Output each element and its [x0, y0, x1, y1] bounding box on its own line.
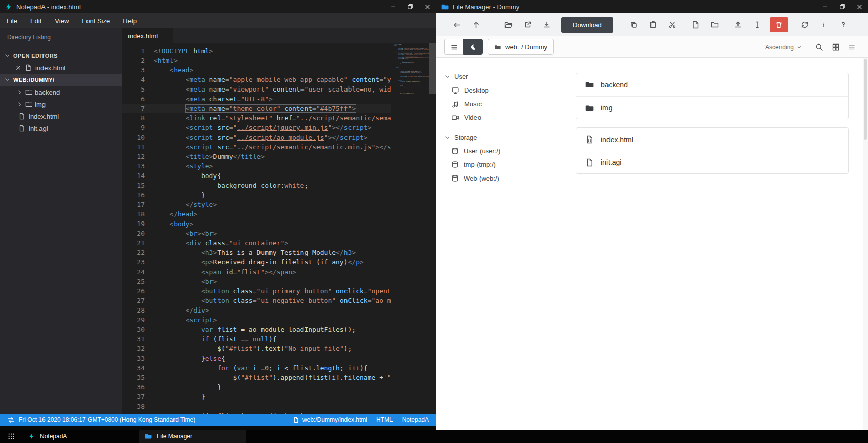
app-launcher-button[interactable] — [0, 430, 22, 443]
minimize-button[interactable] — [816, 0, 834, 13]
code-line[interactable]: 20 <br><br> — [122, 229, 391, 238]
menu-item-help[interactable]: Help — [116, 13, 143, 28]
copy-button[interactable] — [625, 16, 642, 33]
taskbar-item-notepada[interactable]: NotepadA — [22, 430, 129, 443]
code-lines[interactable]: 1<!DOCTYPE html>2<html>3 <head>4 <meta n… — [122, 46, 391, 414]
minimize-button[interactable] — [384, 0, 402, 13]
code-line[interactable]: 15 background-color:white; — [122, 181, 391, 190]
code-line[interactable]: 26 <button class="ui primary button" onc… — [122, 286, 391, 296]
code-line[interactable]: 34 for (var i =0; i < flist.length; i++)… — [122, 363, 391, 373]
code-line[interactable]: 22 <h3>This is a Dummy Testing Module</h… — [122, 248, 391, 257]
menu-toggle-button[interactable] — [444, 39, 463, 55]
menu-item-file[interactable]: File — [0, 13, 24, 28]
grid-view-button[interactable] — [828, 39, 844, 55]
code-line[interactable]: 9 <script src="../script/jquery.min.js">… — [122, 123, 391, 132]
open-editors-section-header[interactable]: OPEN EDITORS — [0, 50, 122, 62]
code-line[interactable]: 6 <meta charset="UTF-8"> — [122, 94, 391, 104]
sidebar-section-header-storage[interactable]: Storage — [436, 130, 561, 144]
minimap[interactable]: 1<!DOCTYPE html>2<html>3 <head>4 <meta n… — [394, 43, 429, 414]
code-editor[interactable]: 1<!DOCTYPE html>2<html>3 <head>4 <meta n… — [122, 43, 436, 414]
open-in-new-button[interactable] — [519, 16, 536, 33]
code-line[interactable]: 27 <button class="ui negative button" on… — [122, 296, 391, 305]
close-button[interactable] — [419, 0, 436, 13]
open-editor-item-index-html[interactable]: index.html — [0, 62, 122, 74]
restore-button[interactable] — [402, 0, 419, 13]
cut-button[interactable] — [664, 16, 681, 33]
file-row-index-html[interactable]: index.html — [576, 128, 848, 151]
code-line[interactable]: 17 </style> — [122, 200, 391, 209]
tree-item-img[interactable]: img — [0, 98, 122, 110]
code-line[interactable]: 10 <script src="../script/ao_module.js">… — [122, 132, 391, 142]
code-lines[interactable]: 1<!DOCTYPE html>2<html>3 <head>4 <meta n… — [394, 43, 429, 94]
code-line[interactable]: 28 </div> — [122, 305, 391, 315]
refresh-button[interactable] — [796, 16, 813, 33]
sort-dropdown[interactable]: Ascending — [765, 43, 802, 51]
code-line[interactable]: 3 <head> — [122, 65, 391, 75]
info-button[interactable] — [815, 16, 833, 33]
code-line[interactable]: 21 <div class="ui container"> — [122, 238, 391, 248]
code-line[interactable]: 39 $("#flist").append("<br>"); — [122, 411, 391, 414]
close-button[interactable] — [851, 0, 868, 13]
code-line[interactable]: 8 <link rel="stylesheet" href="../script… — [122, 113, 391, 123]
file-row-backend[interactable]: backend — [576, 73, 848, 96]
code-line[interactable]: 32 $("#flist").text("No input file"); — [122, 344, 391, 353]
code-line[interactable]: 35 $("#flist").append(flist[i].filename … — [122, 373, 391, 382]
search-button[interactable] — [811, 39, 828, 55]
delete-button[interactable] — [770, 17, 788, 32]
code-line[interactable]: 31 if (flist == null){ — [122, 334, 391, 344]
tab-index-html[interactable]: index.html — [122, 28, 173, 43]
sidebar-item-video[interactable]: Video — [436, 111, 561, 124]
scrollbar-thumb[interactable] — [864, 59, 867, 140]
file-row-img[interactable]: img — [576, 96, 848, 119]
sidebar-section-header-user[interactable]: User — [436, 70, 561, 83]
code-line[interactable]: 16 } — [122, 190, 391, 200]
breadcrumb[interactable]: web: / Dummy — [488, 39, 554, 55]
workspace-section-header[interactable]: WEB:/DUMMY/ — [0, 74, 122, 86]
download-icon-button[interactable] — [538, 16, 555, 33]
code-line[interactable]: 7 <meta name="theme-color" content="#4b7… — [122, 104, 391, 113]
code-line[interactable]: 19 <body> — [122, 219, 391, 229]
sidebar-item-music[interactable]: Music — [436, 97, 561, 111]
scrollbar-thumb[interactable] — [429, 43, 436, 94]
up-button[interactable] — [467, 16, 485, 33]
menu-item-edit[interactable]: Edit — [24, 13, 48, 28]
open-folder-button[interactable] — [500, 16, 517, 33]
new-file-button[interactable] — [687, 16, 704, 33]
code-line[interactable]: 24 <span id="flist"></span> — [122, 267, 391, 277]
code-line[interactable]: 23 <p>Received drag-in filelist (if any)… — [122, 257, 391, 267]
file-row-init-agi[interactable]: init.agi — [576, 151, 848, 173]
dark-mode-button[interactable] — [463, 39, 483, 55]
filemanager-scrollbar[interactable] — [863, 58, 868, 430]
sidebar-item-tmp-drive[interactable]: tmp (tmp:/) — [436, 158, 561, 171]
taskbar-item-filemanager[interactable]: File Manager — [139, 430, 246, 443]
download-button[interactable]: Download — [561, 17, 613, 33]
code-line[interactable]: 38 — [122, 402, 391, 411]
code-line[interactable]: 2<html> — [122, 56, 391, 65]
close-icon[interactable] — [162, 33, 167, 39]
tree-item-index-html[interactable]: index.html — [0, 110, 122, 122]
code-line[interactable]: 4 <meta name="apple-mobile-web-app-capab… — [122, 75, 391, 84]
back-button[interactable] — [448, 16, 465, 33]
sidebar-item-desktop[interactable]: Desktop — [436, 83, 561, 97]
code-line[interactable]: 12 <title>Dummy</title> — [122, 152, 391, 161]
list-view-button[interactable] — [844, 39, 860, 55]
paste-button[interactable] — [644, 16, 662, 33]
code-line[interactable]: 29 <script> — [122, 315, 391, 325]
restore-button[interactable] — [834, 0, 851, 13]
code-line[interactable]: 13 <style> — [122, 161, 391, 171]
code-line[interactable]: 14 body{ — [122, 171, 391, 181]
code-line[interactable]: 36 } — [122, 382, 391, 392]
code-line[interactable]: 30 var flist = ao_module_loadInputFiles(… — [122, 325, 391, 334]
tree-item-backend[interactable]: backend — [0, 86, 122, 98]
sidebar-item-web-drive[interactable]: Web (web:/) — [436, 171, 561, 185]
tree-item-init-agi[interactable]: init.agi — [0, 122, 122, 135]
sidebar-item-user-drive[interactable]: User (user:/) — [436, 144, 561, 158]
menu-item-font-size[interactable]: Font Size — [75, 13, 116, 28]
close-icon[interactable] — [15, 65, 21, 71]
new-folder-button[interactable] — [706, 16, 723, 33]
code-line[interactable]: 1<!DOCTYPE html> — [122, 46, 391, 56]
help-button[interactable] — [835, 16, 852, 33]
editor-scrollbar[interactable] — [429, 43, 436, 414]
code-line[interactable]: 11 <script src="../script/semantic/seman… — [122, 142, 391, 152]
code-line[interactable]: 18 </head> — [122, 209, 391, 219]
